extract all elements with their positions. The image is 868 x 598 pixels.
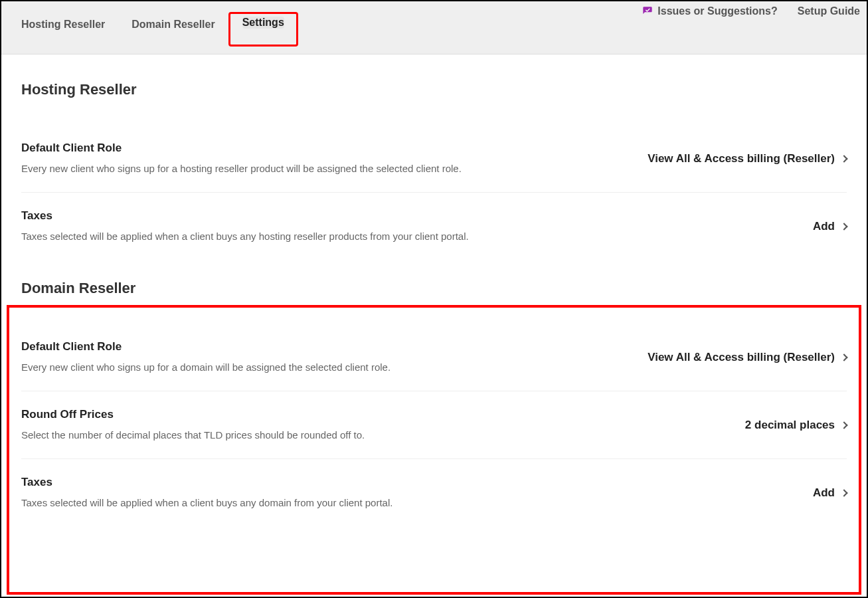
hosting-taxes-desc: Taxes selected will be applied when a cl… — [21, 229, 813, 243]
domain-role-label: Default Client Role — [21, 340, 648, 353]
hosting-taxes-value-text: Add — [813, 220, 835, 233]
hosting-taxes-value[interactable]: Add — [813, 220, 847, 233]
domain-taxes-desc: Taxes selected will be applied when a cl… — [21, 496, 813, 510]
hosting-role-label: Default Client Role — [21, 142, 648, 155]
domain-round-left: Round Off Prices Select the number of de… — [21, 408, 745, 442]
content-area: Hosting Reseller Default Client Role Eve… — [1, 54, 867, 526]
domain-round-label: Round Off Prices — [21, 408, 745, 421]
hosting-role-left: Default Client Role Every new client who… — [21, 142, 648, 175]
setup-guide-link[interactable]: Setup Guide — [798, 5, 860, 17]
tab-hosting-reseller[interactable]: Hosting Reseller — [8, 13, 118, 36]
domain-round-row[interactable]: Round Off Prices Select the number of de… — [21, 391, 847, 459]
topbar: Hosting Reseller Domain Reseller Setting… — [1, 1, 867, 54]
domain-taxes-row[interactable]: Taxes Taxes selected will be applied whe… — [21, 459, 847, 526]
hosting-role-value-text: View All & Access billing (Reseller) — [648, 152, 835, 165]
tabs-container: Hosting Reseller Domain Reseller Setting… — [8, 9, 298, 47]
hosting-taxes-left: Taxes Taxes selected will be applied whe… — [21, 209, 813, 243]
hosting-taxes-row[interactable]: Taxes Taxes selected will be applied whe… — [21, 193, 847, 260]
domain-round-value-text: 2 decimal places — [745, 419, 835, 432]
tab-settings-highlight: Settings — [228, 12, 298, 47]
chevron-right-icon — [840, 421, 847, 429]
domain-taxes-label: Taxes — [21, 476, 813, 489]
chevron-right-icon — [840, 155, 847, 162]
tab-domain-reseller[interactable]: Domain Reseller — [118, 13, 228, 36]
top-right-links: Issues or Suggestions? Setup Guide — [642, 1, 860, 17]
chevron-right-icon — [840, 223, 847, 230]
feedback-icon — [642, 6, 653, 17]
tab-settings[interactable]: Settings — [242, 17, 284, 29]
hosting-role-value[interactable]: View All & Access billing (Reseller) — [648, 152, 847, 165]
issues-link[interactable]: Issues or Suggestions? — [642, 5, 777, 17]
domain-role-desc: Every new client who signs up for a doma… — [21, 360, 648, 374]
domain-taxes-left: Taxes Taxes selected will be applied whe… — [21, 476, 813, 510]
chevron-right-icon — [840, 353, 847, 361]
issues-label: Issues or Suggestions? — [657, 5, 777, 17]
hosting-default-role-row[interactable]: Default Client Role Every new client who… — [21, 125, 847, 193]
domain-role-value-text: View All & Access billing (Reseller) — [648, 351, 835, 364]
domain-title: Domain Reseller — [21, 280, 847, 297]
domain-taxes-value[interactable]: Add — [813, 486, 847, 500]
domain-round-value[interactable]: 2 decimal places — [745, 419, 847, 432]
hosting-taxes-label: Taxes — [21, 209, 813, 223]
chevron-right-icon — [840, 489, 847, 496]
hosting-section: Hosting Reseller Default Client Role Eve… — [21, 81, 847, 260]
hosting-role-desc: Every new client who signs up for a host… — [21, 161, 648, 175]
domain-role-left: Default Client Role Every new client who… — [21, 340, 648, 374]
domain-default-role-row[interactable]: Default Client Role Every new client who… — [21, 324, 847, 391]
domain-round-desc: Select the number of decimal places that… — [21, 428, 745, 442]
domain-section: Domain Reseller Default Client Role Ever… — [21, 280, 847, 526]
domain-taxes-value-text: Add — [813, 486, 835, 500]
domain-role-value[interactable]: View All & Access billing (Reseller) — [648, 351, 847, 364]
hosting-title: Hosting Reseller — [21, 81, 847, 98]
